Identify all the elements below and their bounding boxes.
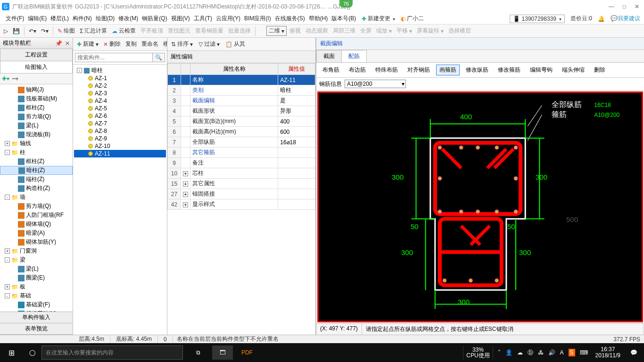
section-tool[interactable]: 修改纵筋 <box>462 65 492 75</box>
section-tool[interactable]: 删除 <box>591 65 609 75</box>
section-drawing[interactable]: 全部纵筋 16C18 箍筋 A10@200 <box>317 91 643 322</box>
list-item[interactable]: AZ-6 <box>74 112 166 120</box>
menu-item[interactable]: 钢筋量(Q) <box>140 14 169 23</box>
triangle-icon[interactable]: ▷ <box>2 27 10 35</box>
tab-single-input[interactable]: 单构件输入 <box>0 312 73 323</box>
tree-item[interactable]: 暗梁(A) <box>0 229 73 238</box>
cloud-check-button[interactable]: ☁云检查 <box>110 26 138 36</box>
menu-item[interactable]: 版本号(B) <box>330 14 358 23</box>
section-tool[interactable]: 特殊布筋 <box>372 65 401 75</box>
nav-add-icon[interactable]: ✚▾ <box>2 75 9 82</box>
undo-icon[interactable]: ↶▾ <box>27 27 38 35</box>
batch-select-button[interactable]: 批量选择 <box>226 26 253 36</box>
tray-onedrive-icon[interactable]: ☁ <box>517 349 523 356</box>
beacon-icon[interactable]: 🔔 <box>598 16 605 22</box>
tree-item[interactable]: -📁墙 <box>0 193 73 202</box>
tab-section[interactable]: 截面 <box>316 50 342 62</box>
nav-pin-icon[interactable]: 📌 <box>55 40 62 47</box>
sum-button[interactable]: Σ汇总计算 <box>78 26 109 36</box>
list-item[interactable]: AZ-10 <box>74 142 166 150</box>
tray-lang-icon[interactable]: A <box>560 349 564 356</box>
new-button[interactable]: ✚新建▾ <box>75 39 100 49</box>
section-tool[interactable]: 端头伸缩 <box>559 65 588 75</box>
list-item[interactable]: AZ-9 <box>74 135 166 142</box>
menu-item[interactable]: 楼层(L) <box>49 14 71 23</box>
taskbar-app-1[interactable]: 🗔 <box>212 346 233 360</box>
section-tool[interactable]: 布边筋 <box>346 65 369 75</box>
tray-keyboard-icon[interactable]: ⌨ <box>580 349 588 356</box>
property-row[interactable]: 3截面编辑是 <box>168 96 315 106</box>
property-row[interactable]: 9备注 <box>168 158 315 168</box>
find-drawing-button[interactable]: 查找图元 <box>166 26 192 36</box>
tree-item[interactable]: +📁轴线 <box>0 139 73 148</box>
save-icon[interactable]: 💾 <box>11 27 22 35</box>
menu-item[interactable]: 绘图(D) <box>94 14 117 23</box>
property-row[interactable]: 10+芯柱 <box>168 168 315 179</box>
fullscreen-button[interactable]: 全屏 <box>358 26 373 36</box>
rename-button[interactable]: 重命名 <box>140 39 160 49</box>
property-row[interactable]: 6截面高(H边)(mm)600 <box>168 127 315 137</box>
task-view-icon[interactable]: ⧉ <box>188 346 208 360</box>
tray-network-icon[interactable]: 🖧 <box>538 349 544 356</box>
view2d-combo[interactable]: 二维 ▾ <box>266 26 287 36</box>
close-button[interactable]: ✕ <box>635 3 639 10</box>
list-item[interactable]: AZ-8 <box>74 127 166 135</box>
property-row[interactable]: 42+显示样式 <box>168 199 315 210</box>
tree-item[interactable]: 筏板基础(M) <box>0 94 73 103</box>
tree-item[interactable]: 轴网(J) <box>0 85 73 94</box>
user-label[interactable]: ◐广小二 <box>399 14 426 24</box>
list-item[interactable]: AZ-1 <box>74 74 166 82</box>
tab-rebar[interactable]: 配筋 <box>341 50 367 62</box>
tree-item[interactable]: 梁(L) <box>0 264 73 273</box>
tray-people-icon[interactable]: 👤 <box>505 349 512 356</box>
property-row[interactable]: 8其它箍筋 <box>168 148 315 158</box>
list-root[interactable]: -暗柱 <box>74 66 166 74</box>
property-row[interactable]: 5截面宽(B边)(mm)400 <box>168 116 315 127</box>
redo-icon[interactable]: ↷▾ <box>39 27 50 35</box>
taskbar-search[interactable]: 在这里输入你要搜索的内容 <box>41 346 183 360</box>
tree-item[interactable]: 构造柱(Z) <box>0 184 73 193</box>
tree-item[interactable]: +📁门窗洞 <box>0 247 73 255</box>
taskbar-clock[interactable]: 16:372018/11/9 <box>593 346 623 359</box>
tree-item[interactable]: 剪力墙(Q) <box>0 112 73 121</box>
feedback-button[interactable]: 💬我要建议 <box>611 15 640 23</box>
section-tool[interactable]: 画箍筋 <box>436 65 460 75</box>
tree-item[interactable]: 砌体加筋(Y) <box>0 238 73 247</box>
property-row[interactable]: 7全部纵筋16⌀18 <box>168 137 315 148</box>
dynamic-button[interactable]: 动态观察 <box>304 26 330 36</box>
nav-remove-icon[interactable]: ━▾ <box>12 75 18 82</box>
menu-item[interactable]: 编辑(E) <box>26 14 49 23</box>
taskbar-app-2[interactable]: PDF <box>237 346 257 360</box>
menu-item[interactable]: 在线服务(S) <box>273 14 307 23</box>
menu-item[interactable]: 构件(N) <box>71 14 94 23</box>
tab-form-preview[interactable]: 表单预览 <box>0 323 73 335</box>
floor-combo[interactable]: 楼层 第2层▾ <box>161 39 167 49</box>
menu-item[interactable]: 云应用(Y) <box>214 14 242 23</box>
property-row[interactable]: 27+锚固搭接 <box>168 189 315 199</box>
maximize-button[interactable]: □ <box>623 3 626 10</box>
delete-button[interactable]: ✕删除 <box>101 39 123 49</box>
flat-roof-button[interactable]: 平齐板顶 <box>139 26 165 36</box>
tree-item[interactable]: 框柱(Z) <box>0 103 73 112</box>
select-floor-button[interactable]: 选择楼层 <box>446 26 473 36</box>
local3d-button[interactable]: 局部三维 <box>331 26 357 36</box>
zoom-button[interactable]: 缩放 ▾ <box>374 26 394 36</box>
menu-item[interactable]: 工具(T) <box>192 14 214 23</box>
new-change-button[interactable]: ✚新建变更 <box>360 14 397 24</box>
tree-item[interactable]: 圈梁(E) <box>0 273 73 282</box>
copy-button[interactable]: 复制 <box>124 39 139 49</box>
property-row[interactable]: 4截面形状异形 <box>168 106 315 116</box>
topview-button[interactable]: 俯视 <box>288 26 303 36</box>
tree-item[interactable]: -📁基础 <box>0 291 73 300</box>
list-item[interactable]: AZ-4 <box>74 97 166 105</box>
list-item[interactable]: AZ-7 <box>74 120 166 127</box>
tree-item[interactable]: 基础梁(F) <box>0 300 73 309</box>
tab-project-settings[interactable]: 工程设置 <box>0 49 73 61</box>
rebar-info-combo[interactable]: A10@200▾ <box>345 80 406 88</box>
list-item[interactable]: AZ-3 <box>74 90 166 97</box>
tree-item[interactable]: 人防门框墙(RF <box>0 211 73 220</box>
property-row[interactable]: 15+其它属性 <box>168 179 315 189</box>
menu-item[interactable]: 修改(M) <box>116 14 140 23</box>
tree-item[interactable]: -📁柱 <box>0 148 73 157</box>
from-other-button[interactable]: 📋从其 <box>223 39 247 49</box>
